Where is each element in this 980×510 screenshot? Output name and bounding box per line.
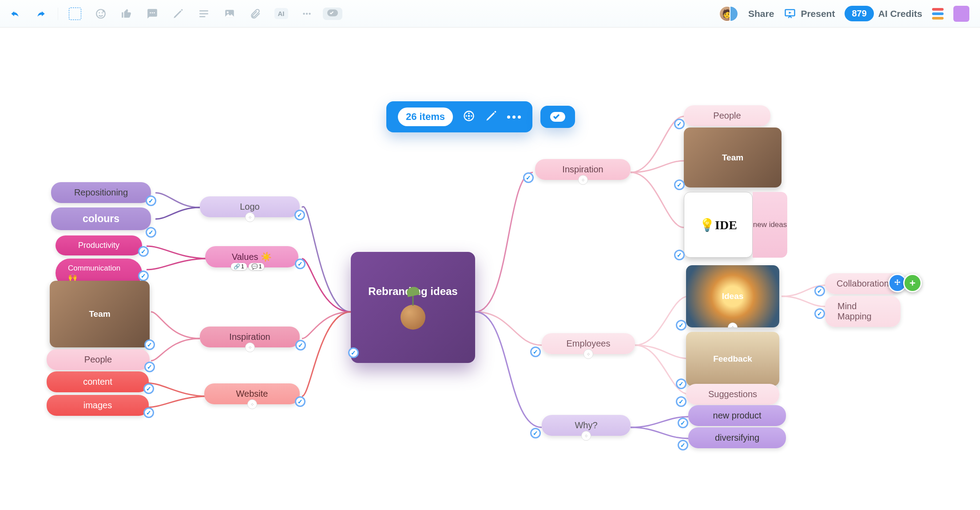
check-icon (295, 259, 306, 269)
svg-point-3 (150, 12, 151, 13)
selection-pill: 26 items (386, 101, 532, 132)
node-mindmapping[interactable]: Mind Mapping (825, 296, 901, 327)
node-idea-image[interactable]: 💡IDE (684, 192, 753, 258)
check-icon (143, 407, 154, 418)
svg-point-4 (152, 12, 153, 13)
svg-point-17 (468, 112, 470, 114)
ai-button[interactable]: AI (272, 5, 290, 23)
node-inspiration-left[interactable]: Inspiration⁘ (200, 327, 300, 347)
thumbs-up-icon[interactable] (118, 5, 135, 23)
notes-icon[interactable] (195, 5, 213, 23)
collaborator-avatars[interactable]: 🧑 (719, 6, 738, 22)
node-people-right[interactable]: People (684, 105, 770, 126)
check-icon (530, 428, 541, 438)
node-handles (888, 274, 922, 292)
svg-point-8 (303, 12, 305, 14)
select-frame-button[interactable] (66, 5, 84, 23)
svg-point-15 (465, 115, 467, 117)
selection-count[interactable]: 26 items (398, 108, 453, 126)
node-new-ideas[interactable]: new ideas (753, 192, 787, 258)
task-toggle-button[interactable] (324, 5, 341, 23)
selection-toolbar: 26 items (386, 101, 575, 132)
check-icon (676, 379, 686, 389)
svg-point-14 (468, 115, 470, 117)
check-icon (814, 308, 825, 319)
target-icon[interactable] (463, 110, 475, 124)
svg-point-16 (471, 115, 472, 117)
node-productivity[interactable]: Productivity (56, 235, 142, 255)
node-team-right[interactable]: Team (684, 128, 782, 187)
toolbar-right: 🧑 Share Present 879 AI Credits (719, 6, 974, 22)
check-icon (143, 383, 154, 394)
node-people-left[interactable]: People (47, 349, 150, 370)
node-repositioning[interactable]: Repositioning (51, 182, 151, 203)
check-icon (674, 119, 685, 129)
node-colours[interactable]: colours (51, 207, 151, 230)
svg-point-2 (102, 12, 103, 13)
image-icon[interactable] (221, 5, 238, 23)
svg-point-7 (227, 11, 229, 13)
check-icon (294, 210, 305, 220)
check-icon (814, 286, 825, 296)
node-employees[interactable]: Employees⁘ (542, 333, 635, 354)
svg-point-5 (154, 12, 155, 13)
more-icon[interactable] (298, 5, 316, 23)
check-icon (523, 172, 534, 183)
node-inspiration-right[interactable]: Inspiration⁘ (535, 159, 631, 180)
svg-point-18 (468, 118, 470, 120)
sprout-image (401, 305, 425, 330)
connectors (0, 28, 980, 510)
task-badge-button[interactable] (540, 106, 575, 128)
check-icon (144, 362, 155, 372)
node-feedback[interactable]: Feedback (686, 332, 779, 386)
share-button[interactable]: Share (748, 8, 774, 19)
ai-credits-button[interactable]: 879 AI Credits (845, 6, 922, 21)
undo-button[interactable] (6, 5, 24, 23)
add-handle[interactable] (903, 274, 922, 292)
check-icon (678, 418, 688, 428)
check-icon (144, 339, 155, 350)
redo-button[interactable] (32, 5, 50, 23)
style-brush-icon[interactable] (485, 110, 497, 124)
theme-colors-button[interactable] (932, 8, 944, 20)
node-team-left[interactable]: Team (50, 281, 150, 347)
node-content[interactable]: content (47, 371, 149, 392)
check-icon (674, 250, 685, 260)
node-diversifying[interactable]: diversifying (688, 427, 786, 448)
check-icon (530, 347, 541, 357)
avatar (730, 6, 738, 22)
value-badges: 🔗1 💬1 (231, 263, 264, 270)
more-icon[interactable] (507, 116, 521, 119)
check-icon (146, 227, 156, 238)
check-icon (138, 246, 149, 257)
check-icon (676, 396, 686, 407)
node-ideas[interactable]: Ideas⁘ (686, 265, 779, 327)
node-images[interactable]: images (47, 395, 149, 416)
node-new-product[interactable]: new product (688, 405, 786, 426)
mindmap-canvas[interactable]: 26 items Rebranding ideas Logo⁘ Repositi… (0, 28, 980, 510)
check-icon (674, 179, 685, 190)
check-icon (146, 195, 156, 206)
check-icon (678, 440, 688, 450)
check-icon (295, 340, 306, 351)
emoji-icon[interactable] (92, 5, 110, 23)
separator (58, 8, 58, 20)
svg-point-1 (99, 12, 100, 13)
node-website[interactable]: Website⁘ (204, 383, 300, 404)
central-node[interactable]: Rebranding ideas (351, 252, 475, 363)
comment-icon[interactable] (143, 5, 161, 23)
attachment-icon[interactable] (246, 5, 264, 23)
check-icon (348, 347, 359, 358)
node-logo[interactable]: Logo⁘ (200, 196, 300, 217)
style-icon[interactable] (169, 5, 187, 23)
node-why[interactable]: Why?⁘ (542, 415, 631, 436)
node-suggestions[interactable]: Suggestions (686, 384, 779, 405)
check-icon (676, 320, 686, 331)
svg-point-9 (306, 12, 308, 14)
check-icon (295, 396, 306, 407)
assistant-icon[interactable] (953, 6, 969, 22)
top-toolbar: AI 🧑 Share Present 879 AI Credits (0, 0, 980, 28)
check-icon (138, 271, 149, 281)
svg-point-10 (309, 12, 310, 14)
present-button[interactable]: Present (784, 8, 835, 20)
